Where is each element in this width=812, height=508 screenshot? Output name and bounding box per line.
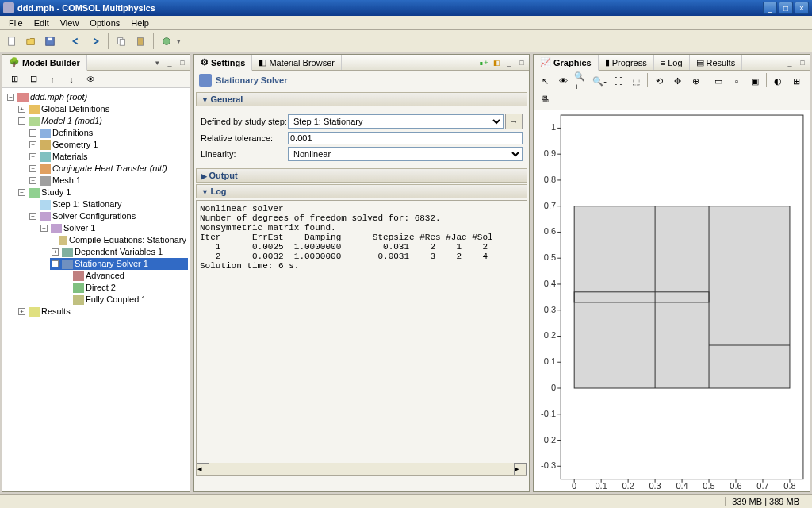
model-wizard-button[interactable] xyxy=(158,33,175,50)
redo-button[interactable] xyxy=(86,33,104,50)
menu-help[interactable]: Help xyxy=(125,17,155,29)
goto-step-button[interactable]: → xyxy=(505,114,523,129)
tab-material-browser[interactable]: ◧ Material Browser xyxy=(252,55,342,70)
label-defined-by: Defined by study step: xyxy=(201,117,288,126)
tree-node-fully-coupled[interactable]: Fully Coupled 1 xyxy=(61,294,188,306)
tree-node-results[interactable]: +Results xyxy=(17,306,188,318)
tree-node-root[interactable]: −ddd.mph (root) xyxy=(6,91,188,103)
svg-text:0.2: 0.2 xyxy=(622,481,634,491)
tab-model-builder[interactable]: 🌳 Model Builder xyxy=(2,55,87,71)
tree-node-model1[interactable]: −Model 1 (mod1) xyxy=(17,115,188,127)
zoom-out-button[interactable]: 🔍- xyxy=(592,73,607,89)
tree-down-button[interactable]: ↓ xyxy=(63,71,80,88)
section-general[interactable]: General xyxy=(196,92,527,106)
graphics-canvas[interactable]: COMSOLMULTIPHYSICS 00.10.20.30.40.50.60.… xyxy=(534,110,810,491)
tree-collapse-button[interactable]: ⊟ xyxy=(25,71,42,88)
tree-node-physics[interactable]: +Conjugate Heat Transfer (nitf) xyxy=(28,163,188,175)
rotate-button[interactable]: ⟲ xyxy=(651,73,667,89)
select-button[interactable]: ▭ xyxy=(710,73,726,89)
panel-toggle-button[interactable]: ◧ xyxy=(491,57,502,68)
section-output[interactable]: Output xyxy=(196,168,527,183)
copy-button[interactable] xyxy=(113,33,130,50)
tree-node-solver-configs[interactable]: −Solver Configurations xyxy=(28,210,188,222)
tree-node-solver1[interactable]: −Solver 1 xyxy=(39,222,188,234)
tree-node-stationary-solver[interactable]: −Stationary Solver 1 xyxy=(50,258,188,270)
section-log[interactable]: Log xyxy=(196,184,527,198)
menu-edit[interactable]: Edit xyxy=(29,17,55,29)
tree-node-mesh[interactable]: +Mesh 1 xyxy=(28,175,188,187)
svg-text:0: 0 xyxy=(572,481,576,491)
svg-rect-8 xyxy=(574,206,790,388)
tab-results[interactable]: ▤Results xyxy=(690,55,743,70)
undo-button[interactable] xyxy=(67,33,85,50)
panel-minimize-button[interactable]: _ xyxy=(504,57,515,68)
select-linearity[interactable]: Nonlinear xyxy=(288,147,523,161)
tab-progress[interactable]: ▮Progress xyxy=(599,55,654,70)
tree-node-definitions[interactable]: +Definitions xyxy=(28,127,188,139)
close-button[interactable]: × xyxy=(795,2,809,14)
select-all-button[interactable]: ▣ xyxy=(747,73,763,89)
tree-show-button[interactable]: 👁 xyxy=(82,71,99,88)
wireframe-button[interactable]: ⊞ xyxy=(788,73,804,89)
deselect-button[interactable]: ▫ xyxy=(729,73,745,89)
tree-up-button[interactable]: ↑ xyxy=(44,71,61,88)
menubar: File Edit View Options Help xyxy=(0,16,812,30)
tab-settings[interactable]: ⚙ Settings xyxy=(194,55,252,71)
tree-node-advanced[interactable]: Advanced xyxy=(61,270,188,282)
tree-expand-button[interactable]: ⊞ xyxy=(6,71,23,88)
center-button[interactable]: ⊕ xyxy=(688,73,703,89)
settings-header: Stationary Solver xyxy=(194,71,529,90)
input-rel-tol[interactable] xyxy=(288,132,523,144)
minimize-button[interactable]: _ xyxy=(763,2,777,14)
menu-file[interactable]: File xyxy=(3,17,29,29)
menu-view[interactable]: View xyxy=(55,17,85,29)
open-button[interactable] xyxy=(22,33,40,50)
panel-minimize-button[interactable]: _ xyxy=(784,57,795,68)
titlebar: ddd.mph - COMSOL Multiphysics _ □ × xyxy=(0,0,812,16)
tree-node-study[interactable]: −Study 1 xyxy=(17,187,188,198)
tree-node-global-definitions[interactable]: +Global Definitions xyxy=(17,103,188,115)
tab-log[interactable]: ≡Log xyxy=(654,55,690,70)
scroll-left-button[interactable]: ◂ xyxy=(197,463,209,475)
tree-node-materials[interactable]: +Materials xyxy=(28,151,188,163)
svg-text:-0.1: -0.1 xyxy=(541,409,556,418)
panel-menu-button[interactable]: ▾ xyxy=(151,57,163,68)
settings-icon: ⚙ xyxy=(201,57,209,67)
maximize-button[interactable]: □ xyxy=(779,2,793,14)
svg-text:1: 1 xyxy=(551,122,556,132)
panel-add-button[interactable]: ∎+ xyxy=(478,57,489,68)
menu-options[interactable]: Options xyxy=(84,17,125,29)
tree-node-geometry[interactable]: +Geometry 1 xyxy=(28,139,188,151)
print-button[interactable]: 🖶 xyxy=(537,91,553,107)
tree-node-dependent[interactable]: +Dependent Variables 1 xyxy=(50,246,188,258)
save-button[interactable] xyxy=(41,33,59,50)
svg-text:0.6: 0.6 xyxy=(730,481,741,491)
zoom-extents-button[interactable]: ⛶ xyxy=(610,73,626,89)
tab-graphics[interactable]: 📈Graphics xyxy=(534,55,599,71)
zoom-in-button[interactable]: 🔍+ xyxy=(573,73,589,89)
new-button[interactable] xyxy=(3,33,21,50)
transparency-button[interactable]: ◐ xyxy=(770,73,786,89)
statusbar: 339 MB | 389 MB xyxy=(0,494,812,508)
paste-button[interactable] xyxy=(132,33,149,50)
graphics-panel: 📈Graphics ▮Progress ≡Log ▤Results _ □ ↖ … xyxy=(533,54,810,492)
panel-maximize-button[interactable]: □ xyxy=(797,57,808,68)
svg-text:0.1: 0.1 xyxy=(544,356,556,366)
zoom-window-button[interactable]: 👁 xyxy=(555,73,571,89)
svg-rect-5 xyxy=(138,37,144,45)
pointer-button[interactable]: ↖ xyxy=(537,73,553,89)
zoom-selected-button[interactable]: ⬚ xyxy=(628,73,644,89)
model-tree[interactable]: −ddd.mph (root) +Global Definitions −Mod… xyxy=(2,88,190,491)
panel-minimize-button[interactable]: _ xyxy=(164,57,175,68)
log-output[interactable]: Nonlinear solver Number of degrees of fr… xyxy=(197,201,527,463)
move-button[interactable]: ✥ xyxy=(669,73,685,89)
panel-maximize-button[interactable]: □ xyxy=(177,57,188,68)
svg-text:-0.2: -0.2 xyxy=(541,435,556,444)
tree-node-step1[interactable]: Step 1: Stationary xyxy=(28,198,188,210)
panel-maximize-button[interactable]: □ xyxy=(516,57,527,68)
tree-node-direct[interactable]: Direct 2 xyxy=(61,282,188,294)
svg-text:0.3: 0.3 xyxy=(544,305,556,314)
scroll-right-button[interactable]: ▸ xyxy=(514,463,527,475)
tree-node-compile[interactable]: Compile Equations: Stationary xyxy=(50,234,188,246)
select-defined-by[interactable]: Step 1: Stationary xyxy=(288,114,504,129)
